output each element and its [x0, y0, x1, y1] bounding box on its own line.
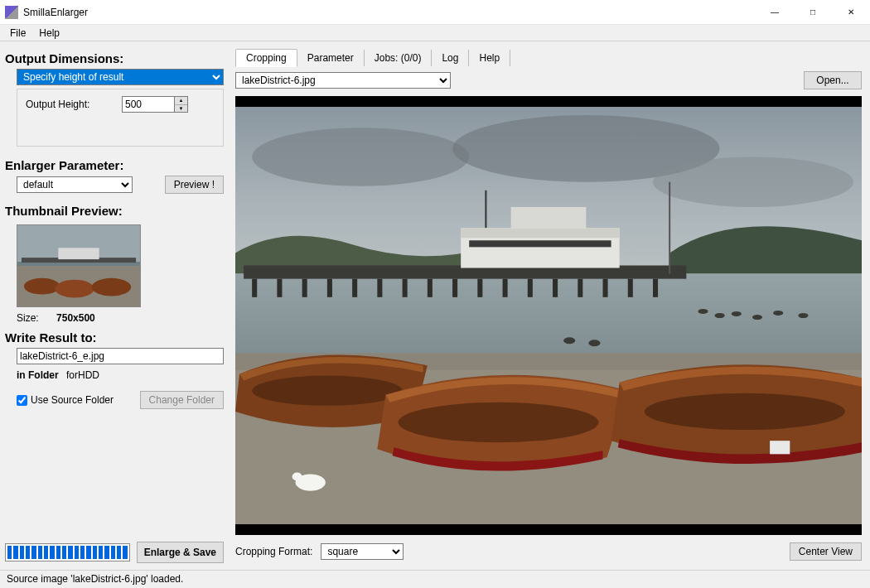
svg-rect-24 — [503, 279, 508, 297]
menu-file[interactable]: File — [3, 26, 32, 41]
svg-point-48 — [752, 315, 762, 320]
tab-bar: Cropping Parameter Jobs: (0/0) Log Help — [235, 48, 862, 66]
svg-rect-23 — [477, 279, 482, 297]
svg-point-40 — [399, 402, 599, 442]
svg-rect-30 — [653, 279, 658, 297]
svg-point-44 — [292, 473, 302, 481]
tab-parameter[interactable]: Parameter — [297, 50, 365, 66]
svg-point-50 — [798, 313, 808, 318]
svg-rect-32 — [461, 228, 620, 238]
window-controls: — □ ✕ — [756, 0, 870, 25]
svg-rect-16 — [302, 279, 307, 297]
cropping-format-select[interactable]: square — [321, 543, 404, 560]
status-bar: Source image 'lakeDistrict-6.jpg' loaded… — [0, 570, 870, 588]
size-label: Size: — [17, 312, 39, 324]
center-view-button[interactable]: Center View — [790, 542, 862, 561]
menu-bar: File Help — [0, 25, 870, 41]
svg-point-52 — [588, 340, 600, 346]
dimension-mode-select[interactable]: Specify height of result — [17, 69, 224, 85]
tab-log[interactable]: Log — [432, 50, 469, 66]
crop-bar: Cropping Format: square Center View — [235, 540, 862, 563]
svg-point-11 — [653, 157, 853, 206]
thumbnail-preview-label: Thumbnail Preview: — [5, 204, 224, 218]
write-result-label: Write Result to: — [5, 330, 224, 345]
right-panel: Cropping Parameter Jobs: (0/0) Log Help … — [232, 41, 870, 570]
title-bar: SmillaEnlarger — □ ✕ — [0, 0, 870, 25]
svg-rect-17 — [327, 279, 332, 297]
parameter-preset-select[interactable]: default — [17, 176, 133, 193]
thumbnail-size-line: Size: 750x500 — [17, 312, 224, 324]
svg-point-41 — [645, 393, 845, 430]
image-preview[interactable] — [235, 96, 862, 535]
close-button[interactable]: ✕ — [832, 0, 870, 25]
tab-cropping[interactable]: Cropping — [235, 49, 297, 67]
svg-point-4 — [24, 278, 60, 295]
svg-rect-42 — [770, 441, 790, 454]
svg-rect-7 — [58, 248, 99, 259]
app-icon — [5, 6, 18, 19]
svg-rect-15 — [277, 279, 282, 297]
svg-point-51 — [563, 337, 575, 344]
output-height-label: Output Height: — [26, 99, 117, 110]
svg-rect-33 — [469, 240, 611, 247]
enlarge-save-button[interactable]: Enlarge & Save — [137, 542, 224, 563]
svg-rect-29 — [628, 279, 633, 297]
svg-point-46 — [715, 313, 725, 318]
enlarger-parameter-label: Enlarger Parameter: — [5, 158, 224, 172]
change-folder-button[interactable]: Change Folder — [140, 391, 224, 409]
svg-point-49 — [773, 311, 783, 316]
svg-point-9 — [252, 128, 469, 186]
spinner-down-icon[interactable]: ▼ — [174, 105, 187, 113]
use-source-folder-label: Use Source Folder — [31, 394, 140, 406]
output-height-spinner[interactable]: ▲ ▼ — [122, 96, 188, 113]
thumbnail-preview — [17, 224, 141, 307]
progress-bar — [5, 543, 130, 561]
svg-rect-14 — [252, 279, 257, 297]
svg-point-6 — [92, 278, 131, 296]
svg-rect-18 — [352, 279, 357, 297]
menu-help[interactable]: Help — [32, 26, 66, 41]
minimize-button[interactable]: — — [756, 0, 794, 25]
svg-rect-28 — [603, 279, 608, 297]
cropping-format-label: Cropping Format: — [235, 546, 312, 557]
svg-rect-20 — [403, 279, 408, 297]
result-filename-input[interactable] — [17, 348, 224, 364]
output-dimensions-label: Output Dimensions: — [5, 51, 224, 65]
preview-button[interactable]: Preview ! — [165, 176, 224, 194]
use-source-folder-checkbox[interactable] — [17, 395, 27, 406]
in-folder-label: in Folder — [17, 369, 59, 381]
maximize-button[interactable]: □ — [794, 0, 832, 25]
svg-rect-22 — [452, 279, 457, 297]
left-panel: Output Dimensions: Specify height of res… — [0, 41, 232, 570]
tab-jobs[interactable]: Jobs: (0/0) — [365, 50, 433, 66]
svg-rect-34 — [511, 207, 587, 229]
svg-point-45 — [698, 309, 708, 314]
svg-point-39 — [252, 376, 402, 406]
svg-rect-21 — [428, 279, 433, 297]
tab-help[interactable]: Help — [469, 50, 510, 66]
file-bar: lakeDistrict-6.jpg Open... — [235, 71, 862, 89]
spinner-up-icon[interactable]: ▲ — [174, 97, 187, 105]
svg-rect-26 — [553, 279, 558, 297]
status-message: Source image 'lakeDistrict-6.jpg' loaded… — [7, 573, 183, 585]
svg-rect-27 — [578, 279, 582, 297]
svg-point-47 — [732, 311, 742, 316]
current-file-select[interactable]: lakeDistrict-6.jpg — [235, 72, 451, 89]
svg-point-5 — [55, 280, 94, 298]
size-value: 750x500 — [56, 312, 95, 324]
in-folder-value: forHDD — [66, 369, 99, 381]
window-title: SmillaEnlarger — [23, 7, 756, 18]
open-button[interactable]: Open... — [804, 71, 862, 89]
svg-rect-19 — [377, 279, 382, 297]
svg-rect-25 — [528, 279, 533, 297]
output-dimension-box: Output Height: ▲ ▼ — [17, 89, 224, 147]
